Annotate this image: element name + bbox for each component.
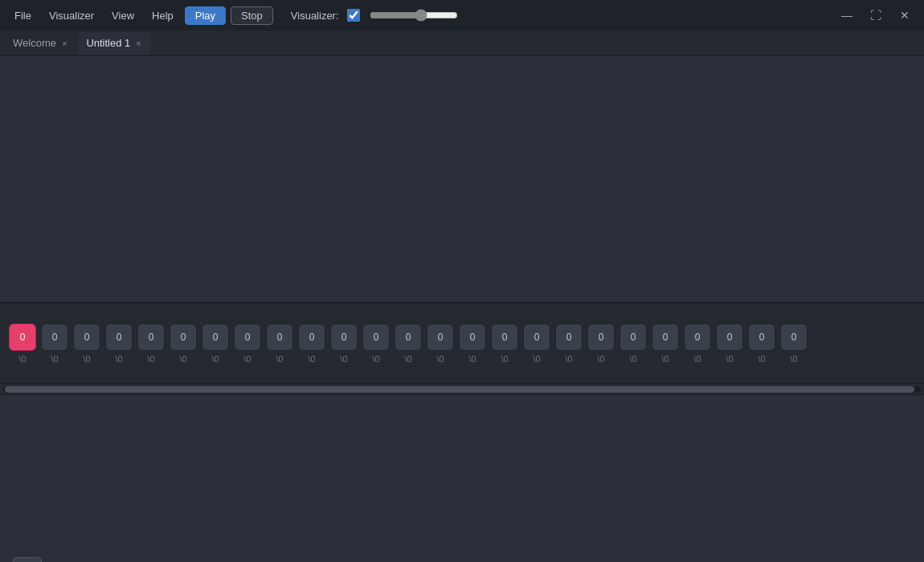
key-button-10[interactable]: 0 <box>330 324 358 351</box>
key-button-22[interactable]: 0 <box>716 324 743 351</box>
tab-untitled1-close[interactable]: × <box>134 39 142 48</box>
key-cell-12: 0\0 <box>392 324 424 364</box>
key-button-19[interactable]: 0 <box>619 324 647 351</box>
key-label-18: \0 <box>597 354 604 364</box>
key-cell-15: 0\0 <box>489 324 521 364</box>
key-cell-1: 0\0 <box>39 324 71 364</box>
key-cell-17: 0\0 <box>553 324 585 364</box>
close-button[interactable]: ✕ <box>893 4 916 26</box>
key-cell-24: 0\0 <box>778 324 810 364</box>
menu-file[interactable]: File <box>8 6 38 25</box>
tab-untitled1[interactable]: Untitled 1 × <box>78 32 150 55</box>
key-label-21: \0 <box>693 354 701 364</box>
key-label-0: \0 <box>18 354 26 364</box>
tab-welcome[interactable]: Welcome × <box>5 32 76 55</box>
key-label-24: \0 <box>790 354 797 364</box>
key-label-11: \0 <box>372 354 379 364</box>
key-label-7: \0 <box>243 354 251 364</box>
key-cell-14: 0\0 <box>456 324 489 364</box>
key-label-2: \0 <box>83 354 90 364</box>
menu-visualizer[interactable]: Visualizer <box>43 6 100 25</box>
key-button-20[interactable]: 0 <box>652 324 679 351</box>
key-label-22: \0 <box>726 354 733 364</box>
key-cell-7: 0\0 <box>231 324 264 364</box>
key-cell-6: 0\0 <box>199 324 231 364</box>
visualizer-slider[interactable] <box>370 9 458 22</box>
key-button-17[interactable]: 0 <box>555 324 583 351</box>
key-label-20: \0 <box>661 354 668 364</box>
key-button-3[interactable]: 0 <box>105 324 133 351</box>
key-button-4[interactable]: 0 <box>137 324 165 351</box>
key-cell-4: 0\0 <box>135 324 167 364</box>
key-cell-13: 0\0 <box>424 324 456 364</box>
key-button-11[interactable]: 0 <box>362 324 390 351</box>
key-label-17: \0 <box>565 354 572 364</box>
key-label-15: \0 <box>501 354 508 364</box>
scrollbar-thumb[interactable] <box>5 386 914 393</box>
key-cell-0: 0\0 <box>6 324 39 364</box>
key-cell-19: 0\0 <box>617 324 649 364</box>
main-canvas <box>0 56 924 303</box>
stop-button[interactable]: Stop <box>231 6 273 25</box>
visualizer-label: Visualizer: <box>291 10 339 22</box>
sequencer-strip: 0\00\00\00\00\00\00\00\00\00\00\00\00\00… <box>0 303 924 384</box>
key-cell-20: 0\0 <box>649 324 681 364</box>
key-button-12[interactable]: 0 <box>395 324 422 351</box>
keyboard-icon-button[interactable] <box>13 557 42 562</box>
key-label-19: \0 <box>629 354 636 364</box>
key-button-9[interactable]: 0 <box>298 324 325 351</box>
key-cell-22: 0\0 <box>713 324 746 364</box>
key-button-18[interactable]: 0 <box>587 324 615 351</box>
key-cell-8: 0\0 <box>264 324 296 364</box>
key-cell-23: 0\0 <box>746 324 778 364</box>
bottom-area <box>0 395 924 562</box>
key-cell-3: 0\0 <box>103 324 135 364</box>
key-label-4: \0 <box>147 354 154 364</box>
key-button-24[interactable]: 0 <box>780 324 807 351</box>
key-cell-5: 0\0 <box>167 324 199 364</box>
key-button-8[interactable]: 0 <box>266 324 293 351</box>
key-button-13[interactable]: 0 <box>427 324 454 351</box>
key-button-14[interactable]: 0 <box>459 324 486 351</box>
key-label-8: \0 <box>276 354 283 364</box>
key-label-23: \0 <box>758 354 765 364</box>
key-button-21[interactable]: 0 <box>684 324 711 351</box>
scrollbar-area <box>0 384 924 395</box>
key-button-7[interactable]: 0 <box>234 324 261 351</box>
key-button-15[interactable]: 0 <box>491 324 518 351</box>
tab-untitled1-label: Untitled 1 <box>86 37 130 49</box>
play-button[interactable]: Play <box>185 6 226 25</box>
key-button-6[interactable]: 0 <box>202 324 229 351</box>
key-label-9: \0 <box>308 354 315 364</box>
key-cell-2: 0\0 <box>71 324 103 364</box>
key-cell-16: 0\0 <box>521 324 553 364</box>
key-button-2[interactable]: 0 <box>73 324 100 351</box>
key-button-1[interactable]: 0 <box>41 324 68 351</box>
titlebar: File Visualizer View Help Play Stop Visu… <box>0 0 924 31</box>
key-cell-10: 0\0 <box>328 324 360 364</box>
visualizer-checkbox[interactable] <box>347 9 360 22</box>
key-button-16[interactable]: 0 <box>523 324 550 351</box>
tab-welcome-label: Welcome <box>13 37 56 49</box>
tab-welcome-close[interactable]: × <box>60 39 68 48</box>
key-label-6: \0 <box>211 354 219 364</box>
key-label-16: \0 <box>533 354 540 364</box>
key-label-12: \0 <box>404 354 411 364</box>
minimize-button[interactable]: — <box>836 4 858 26</box>
menu-view[interactable]: View <box>105 6 141 25</box>
key-button-0[interactable]: 0 <box>9 324 36 351</box>
horizontal-scrollbar[interactable] <box>3 386 921 393</box>
key-cell-9: 0\0 <box>296 324 328 364</box>
key-cell-18: 0\0 <box>585 324 617 364</box>
key-button-23[interactable]: 0 <box>748 324 775 351</box>
menu-help[interactable]: Help <box>145 6 180 25</box>
key-cell-21: 0\0 <box>681 324 713 364</box>
key-label-1: \0 <box>51 354 58 364</box>
maximize-button[interactable]: ⛶ <box>865 4 887 26</box>
key-cell-11: 0\0 <box>360 324 392 364</box>
key-label-13: \0 <box>436 354 444 364</box>
key-button-5[interactable]: 0 <box>170 324 197 351</box>
key-label-14: \0 <box>468 354 476 364</box>
key-label-3: \0 <box>115 354 122 364</box>
key-label-10: \0 <box>340 354 347 364</box>
